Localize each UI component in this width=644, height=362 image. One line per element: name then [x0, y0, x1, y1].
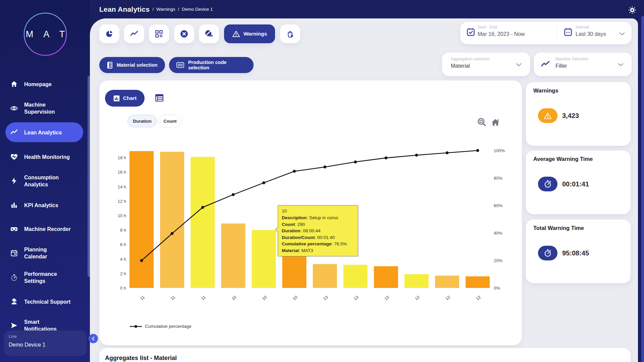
- lost-sales-view-button[interactable]: [280, 24, 300, 43]
- material-selection-button[interactable]: Material selection: [99, 57, 165, 73]
- sidebar-item-performance-settings[interactable]: Performance Settings: [0, 268, 90, 287]
- warnings-view-button[interactable]: Warnings: [224, 24, 275, 43]
- breadcrumb-device[interactable]: Demo Device 1: [182, 7, 213, 12]
- cumulative-point[interactable]: [140, 259, 143, 262]
- pie-chart-view-button[interactable]: [99, 24, 119, 43]
- y-left-tick: 10 h: [118, 213, 126, 218]
- sidebar-item-kpi-analytics[interactable]: KPI Analytics: [0, 195, 90, 215]
- cumulative-point[interactable]: [354, 161, 357, 164]
- aggregates-list-card: Aggregates list - Material: [99, 348, 631, 362]
- sidebar-item-consumption-analytics[interactable]: Consumption Analytics: [0, 171, 90, 191]
- pareto-bar[interactable]: [466, 276, 490, 288]
- downtime-view-button[interactable]: [199, 24, 219, 43]
- pareto-bar[interactable]: [374, 266, 398, 288]
- warning-triangle-icon: [543, 112, 552, 120]
- machine-selection-dropdown[interactable]: Machine Selection Filler: [534, 53, 632, 76]
- sidebar-item-label: Machine Recorder: [24, 226, 81, 233]
- chart-legend[interactable]: Cumulative percentage: [130, 324, 192, 329]
- x-category-label: 12: [445, 295, 451, 301]
- eye-icon: [10, 104, 18, 112]
- qr-code-view-button[interactable]: [149, 24, 169, 43]
- kpi-title: Warnings: [533, 87, 558, 94]
- line-value: Demo Device 1: [9, 342, 45, 348]
- sidebar-item-label: Homepage: [24, 81, 81, 88]
- pareto-bar[interactable]: [221, 224, 245, 288]
- material-icon: [107, 62, 113, 69]
- pareto-bar[interactable]: [160, 152, 184, 288]
- y-left-tick: 0 h: [120, 286, 126, 291]
- sidebar-collapse-button[interactable]: [89, 334, 98, 343]
- sidebar-item-machine-recorder[interactable]: Machine Recorder: [0, 219, 90, 239]
- cumulative-point[interactable]: [476, 149, 479, 152]
- cumulative-point[interactable]: [415, 154, 418, 157]
- cumulative-point[interactable]: [323, 166, 326, 169]
- pareto-bar[interactable]: [252, 230, 276, 288]
- pareto-bar[interactable]: [191, 157, 215, 288]
- breadcrumb-separator: /: [152, 7, 154, 12]
- pareto-bar[interactable]: [435, 276, 459, 288]
- calendar-icon: [10, 249, 18, 257]
- sidebar-item-planning-calendar[interactable]: Planning Calendar: [0, 243, 90, 263]
- stopwatch-pill: [538, 246, 557, 260]
- page-scrollbar[interactable]: [641, 16, 644, 362]
- cumulative-point[interactable]: [201, 206, 204, 209]
- interval-label: Interval: [576, 25, 589, 29]
- chevron-down-icon: [618, 63, 624, 66]
- kpi-title: Total Warning Time: [533, 225, 584, 231]
- x-category-label: 13: [322, 295, 329, 301]
- cumulative-point[interactable]: [384, 157, 387, 160]
- y-left-tick: 16 h: [118, 170, 126, 175]
- sidebar-scrollbar[interactable]: [88, 76, 90, 277]
- y-right-tick: 20%: [494, 258, 502, 263]
- bolt-icon: [10, 177, 18, 185]
- trend-line-icon: [130, 29, 139, 38]
- pareto-bar[interactable]: [313, 264, 337, 288]
- y-left-tick: 8 h: [120, 228, 126, 233]
- x-category-label: 11: [201, 295, 207, 301]
- y-right-tick: 80%: [494, 176, 502, 181]
- chevron-down-icon[interactable]: [619, 32, 625, 36]
- line-label: Line: [9, 334, 17, 339]
- errors-view-button[interactable]: [174, 24, 194, 43]
- pie-chart-icon: [105, 29, 114, 38]
- x-category-label: 13: [353, 295, 359, 301]
- aggregates-title: Aggregates list - Material: [105, 355, 177, 362]
- cumulative-point[interactable]: [232, 193, 235, 196]
- home-icon: [10, 80, 18, 88]
- pareto-bar[interactable]: [129, 151, 154, 288]
- cumulative-point[interactable]: [171, 232, 174, 235]
- sidebar-item-health-monitoring[interactable]: Health Monitoring: [0, 147, 90, 167]
- start-end-value[interactable]: Mar 16, 2023 - Now: [478, 31, 525, 37]
- x-category-label: 13: [384, 295, 390, 301]
- pareto-bar[interactable]: [405, 274, 429, 288]
- sidebar-item-lean-analytics[interactable]: Lean Analytics: [0, 123, 90, 142]
- warnings-button-label: Warnings: [244, 31, 267, 37]
- line-selector[interactable]: Line Demo Device 1: [4, 330, 87, 356]
- cumulative-point[interactable]: [446, 152, 449, 155]
- sidebar-item-label: Machine Supervision: [24, 101, 62, 115]
- mat-logo: M A T: [23, 12, 67, 56]
- sidebar-item-technical-support[interactable]: Technical Support: [0, 292, 90, 311]
- y-left-tick: 2 h: [120, 271, 126, 276]
- breadcrumb-page[interactable]: Warnings: [156, 7, 175, 12]
- sidebar: M A T Homepage Machine Supervision Lean …: [0, 0, 90, 362]
- aggregation-selection-dropdown[interactable]: Aggregation selection Material: [442, 53, 530, 76]
- settings-gear-icon[interactable]: [628, 6, 637, 14]
- sidebar-item-machine-supervision[interactable]: Machine Supervision: [0, 99, 90, 118]
- sidebar-item-homepage[interactable]: Homepage: [0, 74, 90, 94]
- interval-value[interactable]: Last 30 days: [576, 31, 606, 37]
- sidebar-item-label: Lean Analytics: [24, 129, 81, 136]
- pareto-bar[interactable]: [343, 265, 368, 288]
- trend-view-button[interactable]: [124, 24, 144, 43]
- tooltip-title: 10: [282, 208, 354, 215]
- calendar-check-icon[interactable]: [466, 27, 475, 37]
- y-left-tick: 12 h: [118, 199, 126, 204]
- start-end-label: Start - End: [478, 25, 497, 29]
- error-circle-icon: [180, 29, 189, 38]
- calendar-icon[interactable]: [564, 27, 573, 37]
- cumulative-point[interactable]: [262, 181, 265, 184]
- y-right-tick: 40%: [494, 231, 502, 236]
- cumulative-point[interactable]: [293, 170, 296, 173]
- machine-selection-value: Filler: [555, 63, 567, 69]
- production-code-selection-button[interactable]: Production code selection: [169, 57, 254, 73]
